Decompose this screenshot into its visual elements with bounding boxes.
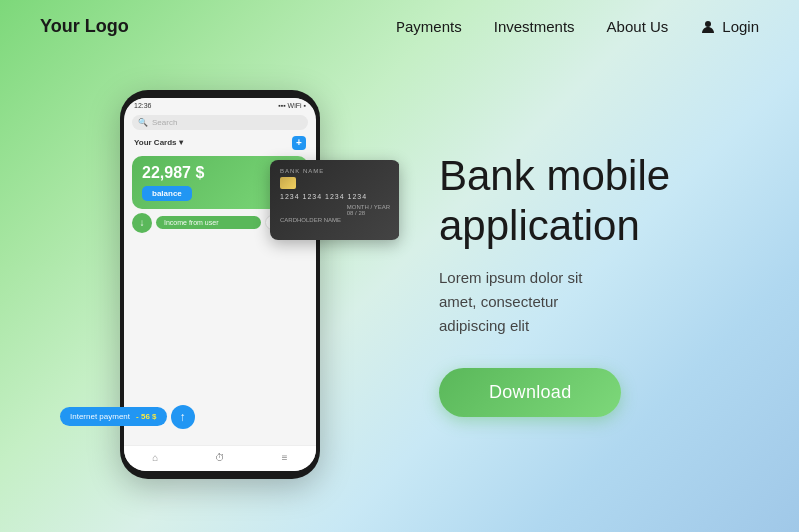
card-number: 1234 1234 1234 1234 [280,193,390,200]
card-expiry-label: MONTH / YEAR [347,204,390,210]
download-button[interactable]: Download [439,368,621,417]
nav-login[interactable]: Login [700,18,759,35]
person-icon [700,19,716,35]
navbar: Your Logo Payments Investments About Us … [0,0,799,53]
nav-links: Payments Investments About Us Login [396,18,759,35]
card-bank-name: BANK NAME [280,168,390,174]
phone-cards-row: Your Cards ▾ + [124,134,316,152]
logo: Your Logo [40,16,129,37]
internet-amount: - 56 $ [136,412,156,421]
phone-balance-btn[interactable]: balance [142,186,192,201]
card-holder: CARDHOLDER NAME [280,217,390,223]
phone-history-icon[interactable]: ⏱ [215,452,225,463]
hero-title: Bank mobileapplication [439,151,739,252]
phone-bottom-nav: ⌂ ⏱ ≡ [124,445,316,471]
phone-home-icon[interactable]: ⌂ [152,452,158,463]
phone-search-bar[interactable]: 🔍 Search [132,115,308,130]
phone-cards-label: Your Cards ▾ [134,138,183,147]
phone-search-placeholder: Search [152,118,302,127]
phone-income-label: Income from user [156,216,261,229]
hero-content: Bank mobileapplication Lorem ipsum dolor… [400,151,739,438]
phone-notch [190,90,250,96]
phone-time: 12:36 [134,102,152,109]
internet-badge: Internet payment - 56 $ [60,407,167,426]
phone-download-icon: ↓ [132,213,152,233]
card-expiry: 08 / 28 [347,210,390,216]
nav-about[interactable]: About Us [607,18,669,35]
svg-point-0 [705,21,711,27]
card-chip [280,177,296,189]
hero-description: Lorem ipsum dolor sitamet, consecteturad… [439,266,739,338]
card-expiry-area: MONTH / YEAR 08 / 28 [347,204,390,216]
card-info-row: MONTH / YEAR 08 / 28 [280,204,390,216]
internet-payment-badge: Internet payment - 56 $ ↑ [60,405,195,429]
nav-investments[interactable]: Investments [494,18,575,35]
phone-mockup-area: 12:36 ▪▪▪ WiFi ▪ 🔍 Search Your Cards ▾ + [60,80,400,509]
nav-payments[interactable]: Payments [396,18,462,35]
phone-status-bar: 12:36 ▪▪▪ WiFi ▪ [124,98,316,111]
internet-label: Internet payment [70,412,130,421]
credit-card: BANK NAME 1234 1234 1234 1234 MONTH / YE… [270,160,400,240]
phone-add-button[interactable]: + [292,136,306,150]
upload-button[interactable]: ↑ [171,405,195,429]
search-icon: 🔍 [138,118,148,127]
login-label: Login [722,18,759,35]
phone-menu-icon[interactable]: ≡ [282,452,288,463]
main-content: 12:36 ▪▪▪ WiFi ▪ 🔍 Search Your Cards ▾ + [0,53,799,525]
phone-signal: ▪▪▪ WiFi ▪ [278,102,306,109]
